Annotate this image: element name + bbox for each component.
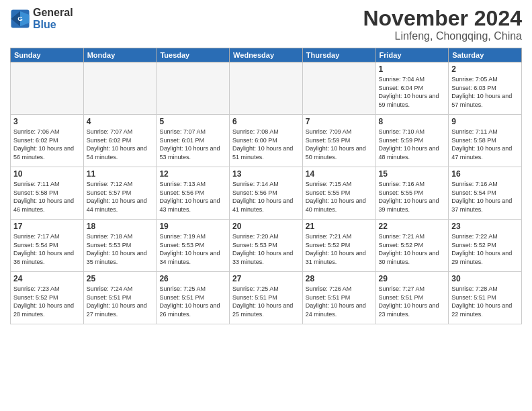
day-number: 27 bbox=[232, 274, 300, 283]
table-row: 3Sunrise: 7:06 AM Sunset: 6:02 PM Daylig… bbox=[11, 115, 84, 167]
day-number: 17 bbox=[13, 222, 81, 231]
table-row: 18Sunrise: 7:18 AM Sunset: 5:53 PM Dayli… bbox=[83, 220, 157, 272]
day-info: Sunrise: 7:08 AM Sunset: 6:00 PM Dayligh… bbox=[232, 128, 300, 161]
week-row-3: 10Sunrise: 7:11 AM Sunset: 5:58 PM Dayli… bbox=[11, 167, 522, 220]
table-row: 5Sunrise: 7:07 AM Sunset: 6:01 PM Daylig… bbox=[157, 115, 230, 167]
table-row: 22Sunrise: 7:21 AM Sunset: 5:52 PM Dayli… bbox=[375, 220, 449, 272]
table-row: 20Sunrise: 7:20 AM Sunset: 5:53 PM Dayli… bbox=[230, 220, 303, 272]
day-info: Sunrise: 7:23 AM Sunset: 5:52 PM Dayligh… bbox=[13, 285, 81, 318]
table-row: 25Sunrise: 7:24 AM Sunset: 5:51 PM Dayli… bbox=[83, 272, 157, 324]
day-number: 2 bbox=[451, 64, 519, 74]
day-info: Sunrise: 7:11 AM Sunset: 5:58 PM Dayligh… bbox=[13, 180, 81, 214]
table-row: 8Sunrise: 7:10 AM Sunset: 5:59 PM Daylig… bbox=[375, 115, 449, 167]
calendar: Sunday Monday Tuesday Wednesday Thursday… bbox=[10, 48, 522, 324]
day-number: 25 bbox=[87, 274, 154, 283]
table-row: 1Sunrise: 7:04 AM Sunset: 6:04 PM Daylig… bbox=[375, 62, 449, 115]
day-info: Sunrise: 7:04 AM Sunset: 6:04 PM Dayligh… bbox=[379, 75, 446, 109]
day-number: 26 bbox=[159, 274, 226, 283]
day-number: 15 bbox=[379, 169, 446, 179]
table-row: 6Sunrise: 7:08 AM Sunset: 6:00 PM Daylig… bbox=[230, 115, 303, 167]
location: Linfeng, Chongqing, China bbox=[363, 30, 522, 42]
table-row: 9Sunrise: 7:11 AM Sunset: 5:58 PM Daylig… bbox=[449, 115, 522, 167]
table-row: 21Sunrise: 7:21 AM Sunset: 5:52 PM Dayli… bbox=[302, 220, 375, 272]
month-title: November 2024 bbox=[363, 7, 522, 30]
day-info: Sunrise: 7:07 AM Sunset: 6:01 PM Dayligh… bbox=[159, 128, 226, 161]
table-row bbox=[157, 62, 230, 115]
day-info: Sunrise: 7:06 AM Sunset: 6:02 PM Dayligh… bbox=[13, 128, 81, 161]
header-saturday: Saturday bbox=[449, 48, 522, 62]
title-block: November 2024 Linfeng, Chongqing, China bbox=[363, 7, 522, 42]
day-info: Sunrise: 7:24 AM Sunset: 5:51 PM Dayligh… bbox=[87, 285, 154, 318]
day-info: Sunrise: 7:07 AM Sunset: 6:02 PM Dayligh… bbox=[87, 128, 154, 161]
day-info: Sunrise: 7:19 AM Sunset: 5:53 PM Dayligh… bbox=[159, 232, 226, 266]
table-row bbox=[230, 62, 303, 115]
week-row-2: 3Sunrise: 7:06 AM Sunset: 6:02 PM Daylig… bbox=[11, 115, 522, 167]
table-row: 17Sunrise: 7:17 AM Sunset: 5:54 PM Dayli… bbox=[11, 220, 84, 272]
header-monday: Monday bbox=[83, 48, 157, 62]
table-row bbox=[11, 62, 84, 115]
header-thursday: Thursday bbox=[302, 48, 375, 62]
day-info: Sunrise: 7:28 AM Sunset: 5:51 PM Dayligh… bbox=[451, 285, 519, 318]
day-info: Sunrise: 7:25 AM Sunset: 5:51 PM Dayligh… bbox=[159, 285, 226, 318]
day-info: Sunrise: 7:13 AM Sunset: 5:56 PM Dayligh… bbox=[159, 180, 226, 214]
logo-general-text: General bbox=[33, 7, 73, 19]
day-number: 14 bbox=[306, 169, 373, 179]
day-number: 4 bbox=[87, 117, 154, 126]
header-tuesday: Tuesday bbox=[157, 48, 230, 62]
day-number: 19 bbox=[159, 222, 226, 231]
week-row-4: 17Sunrise: 7:17 AM Sunset: 5:54 PM Dayli… bbox=[11, 220, 522, 272]
day-info: Sunrise: 7:20 AM Sunset: 5:53 PM Dayligh… bbox=[232, 232, 300, 266]
day-number: 18 bbox=[87, 222, 154, 231]
day-info: Sunrise: 7:25 AM Sunset: 5:51 PM Dayligh… bbox=[232, 285, 300, 318]
table-row: 11Sunrise: 7:12 AM Sunset: 5:57 PM Dayli… bbox=[83, 167, 157, 220]
day-number: 7 bbox=[306, 117, 373, 126]
day-info: Sunrise: 7:10 AM Sunset: 5:59 PM Dayligh… bbox=[379, 128, 446, 161]
header-friday: Friday bbox=[375, 48, 449, 62]
page-header: G General Blue November 2024 Linfeng, Ch… bbox=[10, 7, 522, 42]
table-row: 13Sunrise: 7:14 AM Sunset: 5:56 PM Dayli… bbox=[230, 167, 303, 220]
table-row: 15Sunrise: 7:16 AM Sunset: 5:55 PM Dayli… bbox=[375, 167, 449, 220]
day-info: Sunrise: 7:21 AM Sunset: 5:52 PM Dayligh… bbox=[306, 232, 373, 266]
table-row: 16Sunrise: 7:16 AM Sunset: 5:54 PM Dayli… bbox=[449, 167, 522, 220]
day-number: 23 bbox=[451, 222, 519, 231]
day-info: Sunrise: 7:14 AM Sunset: 5:56 PM Dayligh… bbox=[232, 180, 300, 214]
day-info: Sunrise: 7:17 AM Sunset: 5:54 PM Dayligh… bbox=[13, 232, 81, 266]
day-info: Sunrise: 7:16 AM Sunset: 5:54 PM Dayligh… bbox=[451, 180, 519, 214]
table-row: 4Sunrise: 7:07 AM Sunset: 6:02 PM Daylig… bbox=[83, 115, 157, 167]
table-row: 23Sunrise: 7:22 AM Sunset: 5:52 PM Dayli… bbox=[449, 220, 522, 272]
day-number: 8 bbox=[379, 117, 446, 126]
day-info: Sunrise: 7:22 AM Sunset: 5:52 PM Dayligh… bbox=[451, 232, 519, 266]
day-info: Sunrise: 7:18 AM Sunset: 5:53 PM Dayligh… bbox=[87, 232, 154, 266]
table-row: 27Sunrise: 7:25 AM Sunset: 5:51 PM Dayli… bbox=[230, 272, 303, 324]
day-info: Sunrise: 7:15 AM Sunset: 5:55 PM Dayligh… bbox=[306, 180, 373, 214]
day-number: 6 bbox=[232, 117, 300, 126]
day-number: 16 bbox=[451, 169, 519, 179]
table-row: 19Sunrise: 7:19 AM Sunset: 5:53 PM Dayli… bbox=[157, 220, 230, 272]
table-row bbox=[302, 62, 375, 115]
table-row: 24Sunrise: 7:23 AM Sunset: 5:52 PM Dayli… bbox=[11, 272, 84, 324]
header-wednesday: Wednesday bbox=[230, 48, 303, 62]
day-info: Sunrise: 7:11 AM Sunset: 5:58 PM Dayligh… bbox=[451, 128, 519, 161]
day-number: 10 bbox=[13, 169, 81, 179]
header-sunday: Sunday bbox=[11, 48, 84, 62]
day-info: Sunrise: 7:26 AM Sunset: 5:51 PM Dayligh… bbox=[306, 285, 373, 318]
day-number: 9 bbox=[451, 117, 519, 126]
table-row: 12Sunrise: 7:13 AM Sunset: 5:56 PM Dayli… bbox=[157, 167, 230, 220]
day-number: 5 bbox=[159, 117, 226, 126]
day-number: 21 bbox=[306, 222, 373, 231]
day-number: 20 bbox=[232, 222, 300, 231]
day-number: 28 bbox=[306, 274, 373, 283]
day-info: Sunrise: 7:05 AM Sunset: 6:03 PM Dayligh… bbox=[451, 75, 519, 109]
day-info: Sunrise: 7:21 AM Sunset: 5:52 PM Dayligh… bbox=[379, 232, 446, 266]
table-row: 10Sunrise: 7:11 AM Sunset: 5:58 PM Dayli… bbox=[11, 167, 84, 220]
table-row: 26Sunrise: 7:25 AM Sunset: 5:51 PM Dayli… bbox=[157, 272, 230, 324]
day-info: Sunrise: 7:12 AM Sunset: 5:57 PM Dayligh… bbox=[87, 180, 154, 214]
table-row: 28Sunrise: 7:26 AM Sunset: 5:51 PM Dayli… bbox=[302, 272, 375, 324]
logo-blue-text: Blue bbox=[33, 19, 73, 31]
table-row: 2Sunrise: 7:05 AM Sunset: 6:03 PM Daylig… bbox=[449, 62, 522, 115]
day-number: 11 bbox=[87, 169, 154, 179]
day-info: Sunrise: 7:16 AM Sunset: 5:55 PM Dayligh… bbox=[379, 180, 446, 214]
day-info: Sunrise: 7:27 AM Sunset: 5:51 PM Dayligh… bbox=[379, 285, 446, 318]
day-number: 3 bbox=[13, 117, 81, 126]
day-number: 24 bbox=[13, 274, 81, 283]
